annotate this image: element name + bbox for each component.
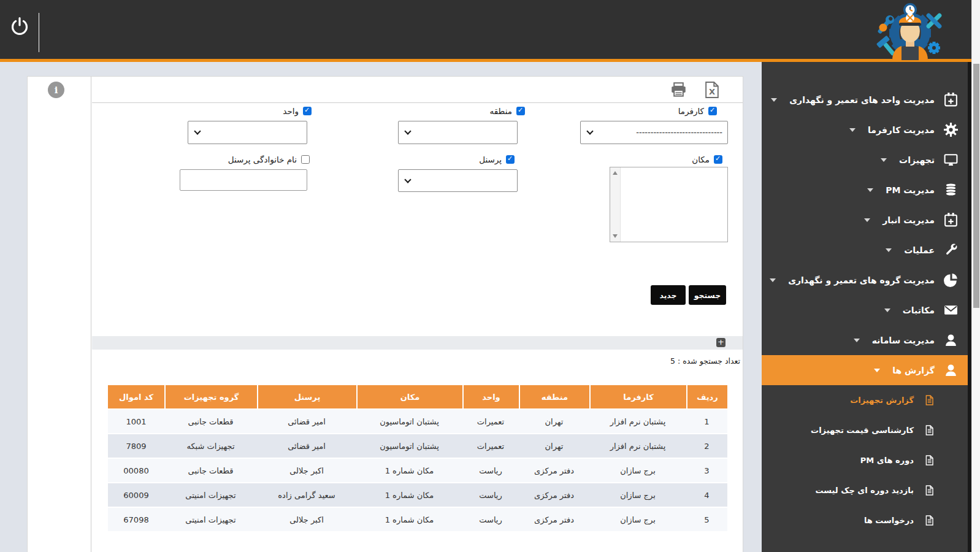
- lastname-checkbox[interactable]: [301, 155, 310, 164]
- wrench-icon: [943, 242, 959, 258]
- submenu-item-label: دوره های PM: [860, 456, 914, 465]
- region-field-label: منطقه: [490, 106, 525, 116]
- listbox-scrollbar[interactable]: [610, 167, 621, 242]
- submenu-item-requests[interactable]: درخواست ها: [762, 505, 968, 535]
- table-row[interactable]: 4برج سازان دفتر مرکزیریاست مکان شماره 1س…: [108, 483, 727, 507]
- content-panel: i X کارفرما ---------------------------: [27, 76, 743, 552]
- chevron-down-icon: [771, 98, 777, 102]
- topbar-divider: [39, 13, 39, 52]
- sidebar-item-label: مدیریت گروه های تعمیر و نگهداری: [788, 275, 935, 285]
- chevron-down-icon: [194, 128, 201, 134]
- monitor-icon: [943, 152, 959, 167]
- unit-select[interactable]: [188, 121, 307, 144]
- table-row[interactable]: 2پشتبان نرم افزار تهرانتعمیرات پشتبان ات…: [108, 434, 727, 458]
- col-header-region: منطقه: [519, 385, 589, 408]
- sidebar-item-pm-management[interactable]: مدیریت PM: [762, 175, 968, 205]
- employer-select-value: ------------------------------: [598, 121, 722, 144]
- gear-icon: [943, 122, 959, 137]
- employer-select[interactable]: ------------------------------: [580, 121, 728, 144]
- sidebar-item-label: مکاتبات: [903, 305, 935, 315]
- field-label: نام خانوادگی پرسنل: [228, 155, 297, 164]
- page-scrollbar[interactable]: [971, 0, 980, 552]
- employer-checkbox[interactable]: [708, 107, 717, 115]
- submenu-item-pm-periods[interactable]: دوره های PM: [762, 445, 968, 475]
- sidebar-item-correspondence[interactable]: مکاتبات: [762, 295, 968, 325]
- sidebar-item-maintenance-groups[interactable]: مدیریت گروه های تعمیر و نگهداری: [762, 265, 968, 295]
- maintenance-worker-logo: [873, 1, 947, 60]
- sidebar-item-system-management[interactable]: مدیریت سامانه: [762, 325, 968, 355]
- excel-export-icon[interactable]: X: [705, 81, 719, 99]
- personnel-select[interactable]: [398, 169, 518, 192]
- col-header-unit: واحد: [462, 385, 519, 408]
- user-icon: [943, 332, 959, 348]
- unit-select-value: [205, 121, 302, 144]
- field-label: پرسنل: [479, 155, 502, 164]
- region-checkbox[interactable]: [516, 107, 525, 115]
- employer-field-label: کارفرما: [678, 106, 717, 116]
- sidebar-item-label: مدیریت واحد های تعمیر و نگهداری: [789, 95, 935, 105]
- sidebar-item-label: مدیریت کارفرما: [868, 125, 935, 135]
- document-icon: [924, 454, 935, 466]
- app-page: مدیریت واحد های تعمیر و نگهداری مدیریت ک…: [0, 0, 980, 552]
- col-header-row-number: ردیف: [686, 385, 727, 408]
- add-button[interactable]: +: [716, 338, 725, 347]
- unit-checkbox[interactable]: [303, 107, 312, 115]
- table-row[interactable]: 1پشتبان نرم افزار تهرانتعمیرات پشتبان ات…: [108, 410, 727, 433]
- sidebar-item-label: گزارش ها: [892, 366, 935, 375]
- location-listbox[interactable]: [610, 167, 728, 242]
- power-icon[interactable]: [10, 17, 29, 36]
- personnel-field-label: پرسنل: [479, 155, 515, 164]
- col-header-location: مکان: [356, 385, 462, 408]
- chevron-down-icon: [864, 218, 870, 222]
- chevron-down-icon: [884, 309, 890, 312]
- submenu-item-equipment-price-appraisal[interactable]: کارشناسی قیمت تجهیزات: [762, 415, 968, 445]
- col-header-asset-code: کد اموال: [108, 385, 164, 408]
- unit-field-label: واحد: [283, 106, 312, 116]
- submenu-item-label: کارشناسی قیمت تجهیزات: [811, 426, 914, 435]
- sidebar-item-reports[interactable]: گزارش ها: [762, 355, 968, 385]
- sidebar-item-equipment[interactable]: تجهیزات: [762, 145, 968, 175]
- chevron-down-icon: [770, 278, 776, 282]
- sidebar-item-label: مدیریت سامانه: [872, 335, 935, 345]
- lastname-input[interactable]: [180, 169, 307, 191]
- envelope-icon: [943, 302, 959, 318]
- info-icon[interactable]: i: [48, 82, 64, 98]
- personnel-checkbox[interactable]: [506, 155, 515, 164]
- table-row[interactable]: 5برج سازان دفتر مرکزیریاست مکان شماره 1ا…: [108, 508, 727, 531]
- field-label: کارفرما: [678, 106, 704, 116]
- results-table: ردیف کارفرما منطقه واحد مکان پرسنل گروه …: [108, 384, 727, 532]
- print-icon[interactable]: [670, 82, 687, 98]
- svg-text:X: X: [709, 86, 715, 96]
- sidebar-menu: مدیریت واحد های تعمیر و نگهداری مدیریت ک…: [762, 62, 968, 552]
- submenu-item-label: بازدید دوره ای چک لیست: [815, 486, 914, 495]
- chevron-down-icon: [586, 128, 593, 134]
- panel-toolbar: X: [92, 77, 743, 103]
- search-button[interactable]: جستجو: [689, 285, 726, 305]
- scroll-up-icon[interactable]: [613, 171, 618, 175]
- sidebar-item-warehouse-management[interactable]: مدیریت انبار: [762, 205, 968, 235]
- sidebar-item-employer-management[interactable]: مدیریت کارفرما: [762, 115, 968, 145]
- field-label: مکان: [692, 155, 710, 164]
- new-button[interactable]: جدید: [651, 285, 686, 305]
- submenu-item-checklist-periodic-visit[interactable]: بازدید دوره ای چک لیست: [762, 475, 968, 505]
- submenu-item-equipment-report[interactable]: گزارش تجهیزات: [762, 385, 968, 415]
- table-row[interactable]: 3برج سازان دفتر مرکزیریاست مکان شماره 1ا…: [108, 459, 727, 482]
- submenu-item-label: گزارش تجهیزات: [850, 396, 914, 405]
- region-select[interactable]: [398, 121, 518, 144]
- col-header-equipment-group: گروه تجهیزات: [164, 385, 257, 408]
- sidebar-item-maintenance-units[interactable]: مدیریت واحد های تعمیر و نگهداری: [762, 85, 968, 115]
- calendar-plus-icon: [943, 212, 959, 228]
- table-header-row: ردیف کارفرما منطقه واحد مکان پرسنل گروه …: [108, 385, 727, 408]
- sidebar-item-operations[interactable]: عملیات: [762, 235, 968, 265]
- scrollbar-thumb[interactable]: [973, 64, 979, 308]
- document-icon: [924, 485, 935, 496]
- personnel-select-value: [416, 170, 512, 191]
- document-icon: [924, 515, 935, 526]
- calendar-plus-icon: [943, 92, 959, 107]
- info-rail: i: [28, 77, 91, 552]
- user-icon: [943, 362, 959, 378]
- scroll-down-icon[interactable]: [613, 234, 618, 238]
- chevron-down-icon: [881, 158, 887, 162]
- chevron-down-icon: [404, 128, 411, 134]
- location-checkbox[interactable]: [714, 155, 722, 164]
